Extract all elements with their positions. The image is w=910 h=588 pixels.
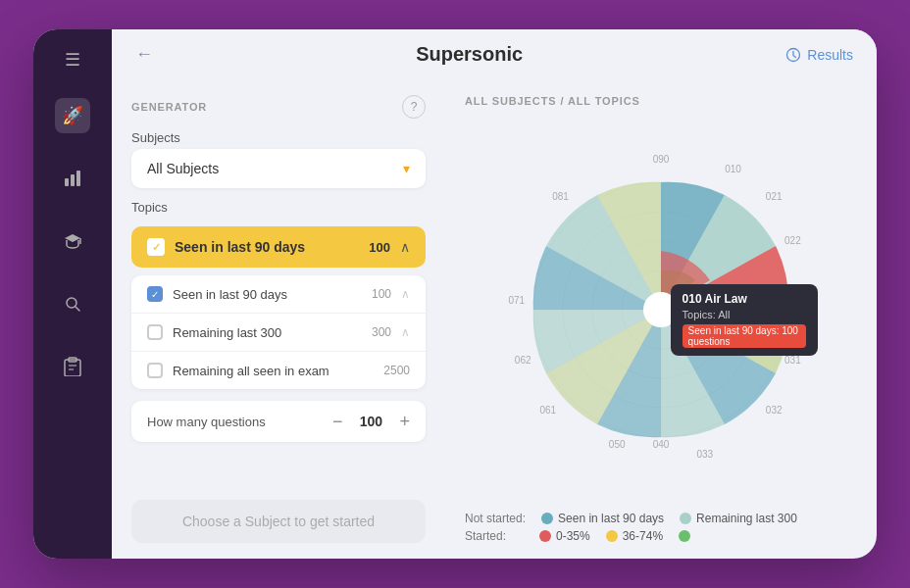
- topic-item-label-1: Remaining last 300: [173, 325, 362, 340]
- chevron-down-icon: ▾: [403, 161, 410, 176]
- topic-active-row[interactable]: ✓ Seen in last 90 days 100 ∧: [131, 226, 426, 268]
- subjects-field: Subjects All Subjects ▾: [131, 130, 426, 188]
- svg-rect-1: [71, 174, 75, 186]
- started-label: Started:: [465, 529, 524, 543]
- subjects-label: Subjects: [131, 130, 426, 145]
- right-panel: ALL SUBJECTS / ALL TOPICS: [445, 79, 877, 559]
- axis-label-061: 061: [539, 404, 556, 415]
- checkbox-active: ✓: [147, 238, 165, 256]
- legend-text-36-74: 36-74%: [623, 529, 663, 543]
- axis-label-071: 071: [508, 294, 525, 305]
- header: ← Supersonic Results: [112, 29, 877, 79]
- topic-item-1[interactable]: Remaining last 300 300 ∧: [131, 314, 426, 352]
- sidebar: ☰ 🚀: [33, 29, 112, 559]
- tooltip-title: 010 Air Law: [682, 292, 806, 306]
- legend-text-seen: Seen in last 90 days: [558, 512, 664, 525]
- axis-label-033: 033: [696, 448, 713, 459]
- legend-item-0-35: 0-35%: [539, 529, 590, 543]
- menu-icon[interactable]: ☰: [65, 49, 80, 71]
- topic-active-count: 100: [369, 240, 390, 255]
- back-button[interactable]: ←: [135, 44, 153, 65]
- questions-label: How many questions: [147, 415, 266, 429]
- topics-section: Topics ✓ Seen in last 90 days 100 ∧: [131, 200, 426, 389]
- subjects-value: All Subjects: [147, 161, 219, 176]
- page-title: Supersonic: [416, 43, 523, 66]
- topics-label: Topics: [131, 200, 426, 215]
- results-button[interactable]: Results: [785, 47, 853, 63]
- main-container: ☰ 🚀: [33, 29, 877, 559]
- topic-item-label-2: Remaining all seen in exam: [173, 364, 374, 378]
- tooltip-highlight: Seen in last 90 days: 100 questions: [682, 324, 806, 348]
- topic-item-2[interactable]: Remaining all seen in exam 2500: [131, 352, 426, 389]
- chevron-icon-1: ∧: [401, 325, 410, 339]
- not-started-label: Not started:: [465, 512, 526, 525]
- decrement-button[interactable]: −: [332, 413, 343, 430]
- legend-dot-36-74: [606, 530, 618, 542]
- axis-label-090: 090: [653, 153, 670, 164]
- sidebar-icon-chart[interactable]: [55, 161, 90, 196]
- legend-area: Not started: Seen in last 90 days Remain…: [465, 512, 857, 543]
- checkbox-unchecked-1: [147, 324, 163, 340]
- chart-wrapper: 090 010 081 021 071 022 062 031 061 032 …: [504, 153, 818, 466]
- back-arrow: ←: [135, 44, 153, 65]
- topic-item-0[interactable]: ✓ Seen in last 90 days 100 ∧: [131, 275, 426, 314]
- questions-value: 100: [356, 414, 385, 429]
- legend-item-75-100: [679, 530, 695, 542]
- legend-item-remaining: Remaining last 300: [680, 512, 797, 525]
- svg-rect-0: [65, 178, 69, 186]
- axis-label-021: 021: [766, 191, 783, 202]
- legend-row-started: Started: 0-35% 36-74%: [465, 529, 857, 543]
- sidebar-icon-rocket[interactable]: 🚀: [55, 98, 90, 133]
- main-content: ← Supersonic Results GENERATOR ? Subj: [112, 29, 877, 559]
- legend-item-36-74: 36-74%: [606, 529, 663, 543]
- svg-line-5: [76, 307, 79, 311]
- questions-row: How many questions − 100 +: [131, 401, 426, 442]
- questions-stepper: − 100 +: [332, 413, 410, 430]
- checkbox-unchecked-2: [147, 363, 163, 378]
- axis-label-022: 022: [784, 235, 801, 246]
- legend-item-seen: Seen in last 90 days: [541, 512, 664, 525]
- legend-text-remaining: Remaining last 300: [696, 512, 797, 525]
- axis-label-010: 010: [725, 163, 741, 173]
- svg-rect-2: [76, 171, 80, 186]
- increment-button[interactable]: +: [399, 413, 410, 430]
- topic-item-count-0: 100: [372, 287, 391, 301]
- sidebar-icon-graduation[interactable]: [55, 223, 90, 259]
- legend-dot-75-100: [679, 530, 690, 542]
- chart-area: 090 010 081 021 071 022 062 031 061 032 …: [465, 117, 857, 502]
- axis-label-040: 040: [653, 439, 670, 450]
- topic-item-count-2: 2500: [383, 364, 410, 377]
- chevron-icon-0: ∧: [401, 287, 410, 301]
- legend-dot-0-35: [539, 530, 551, 542]
- legend-dot-remaining: [680, 513, 691, 524]
- sidebar-icon-clipboard[interactable]: [55, 349, 90, 384]
- tooltip-topics: Topics: All: [682, 309, 806, 320]
- help-button[interactable]: ?: [402, 95, 426, 119]
- left-panel: GENERATOR ? Subjects All Subjects ▾ Topi…: [112, 79, 445, 559]
- legend-row-not-started: Not started: Seen in last 90 days Remain…: [465, 512, 857, 525]
- topic-active-label: Seen in last 90 days: [175, 239, 305, 255]
- results-icon: [785, 47, 801, 63]
- checkbox-checked-0: ✓: [147, 286, 163, 302]
- topic-item-label-0: Seen in last 90 days: [173, 287, 362, 302]
- axis-label-081: 081: [552, 191, 569, 202]
- chart-breadcrumb: ALL SUBJECTS / ALL TOPICS: [465, 95, 857, 107]
- axis-label-032: 032: [766, 404, 783, 415]
- chevron-up-icon: ∧: [400, 239, 410, 255]
- legend-text-0-35: 0-35%: [556, 529, 590, 543]
- results-label: Results: [807, 47, 853, 63]
- sidebar-icon-search[interactable]: [55, 286, 90, 321]
- axis-label-050: 050: [609, 439, 626, 450]
- body-area: GENERATOR ? Subjects All Subjects ▾ Topi…: [112, 79, 877, 559]
- axis-label-062: 062: [515, 354, 531, 365]
- legend-dot-seen: [541, 513, 553, 524]
- chart-tooltip: 010 Air Law Topics: All Seen in last 90 …: [671, 284, 818, 356]
- topic-expanded-list: ✓ Seen in last 90 days 100 ∧ Remaining l…: [131, 275, 426, 389]
- subjects-dropdown[interactable]: All Subjects ▾: [131, 149, 426, 188]
- topic-item-count-1: 300: [372, 325, 391, 339]
- generator-label: GENERATOR ?: [131, 95, 426, 119]
- start-button: Choose a Subject to get started: [131, 500, 426, 543]
